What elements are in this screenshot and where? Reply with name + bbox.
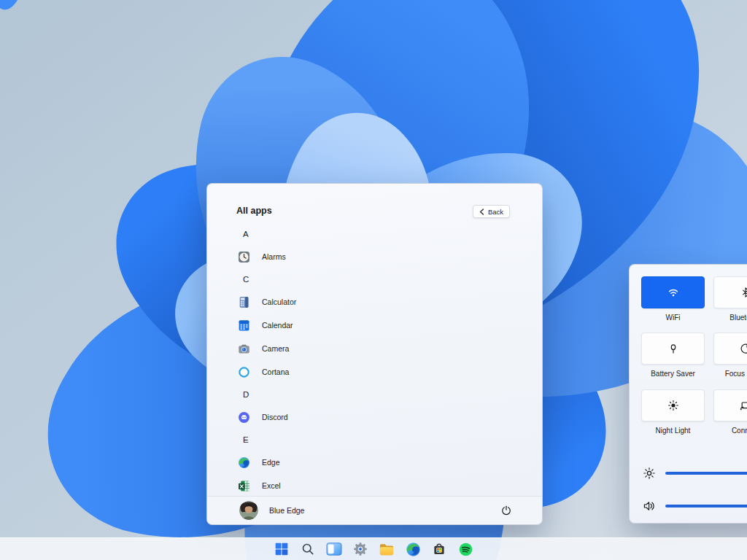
back-button-label: Back [488,208,503,216]
wifi-icon [667,287,680,298]
chevron-left-icon [479,209,484,215]
app-item-alarms[interactable]: Alarms [236,245,542,268]
app-item-label: Alarms [262,252,286,261]
night-light-icon [667,400,679,411]
settings-button[interactable] [352,540,369,558]
user-profile-button[interactable]: Blue Edge [239,501,304,520]
avatar [239,501,258,520]
search-button[interactable] [299,540,317,558]
app-item-label: Calendar [262,321,293,330]
task-view-icon [326,542,342,556]
battery-saver-tile[interactable] [641,332,705,365]
excel-icon [238,480,250,492]
app-item-label: Edge [262,458,280,467]
start-button[interactable] [273,540,290,558]
app-item-label: Cortana [262,368,289,376]
app-item-calendar[interactable]: Calendar [236,314,542,337]
wifi-tile-label: WiFi [641,314,705,322]
app-item-edge[interactable]: Edge [236,451,542,474]
quick-settings-panel: WiFi Bluetooth Battery Saver Focus assis… [629,264,747,524]
battery-saver-tile-label: Battery Saver [641,370,705,378]
start-menu-footer: Blue Edge [207,496,542,524]
start-menu: All apps Back A Alarms C [206,183,543,525]
letter-header[interactable]: A [236,223,542,245]
power-button[interactable] [497,501,516,520]
brightness-slider[interactable] [643,466,747,481]
focus-assist-tile[interactable] [713,332,747,365]
microsoft-store-icon [432,542,446,556]
connect-tile[interactable] [713,389,747,421]
app-item-discord[interactable]: Discord [236,405,542,429]
edge-button[interactable] [404,540,422,558]
discord-icon [238,411,250,424]
desktop: All apps Back A Alarms C [0,0,747,560]
app-item-label: Excel [262,481,281,490]
letter-header[interactable]: D [236,384,542,405]
brightness-icon [643,467,656,480]
brightness-track[interactable] [665,472,747,475]
volume-slider[interactable] [643,499,747,513]
spotify-button[interactable] [457,540,474,558]
letter-header[interactable]: E [236,429,542,451]
app-item-label: Camera [262,344,289,353]
calculator-icon [238,296,250,308]
back-button[interactable]: Back [473,205,510,218]
battery-saver-icon [667,343,679,354]
spotify-icon [458,542,473,557]
app-item-excel[interactable]: Excel [236,474,542,496]
alarms-icon [238,251,250,263]
app-item-camera[interactable]: Camera [236,337,542,360]
bluetooth-tile-label: Bluetooth [713,314,747,322]
task-view-button[interactable] [325,540,343,558]
focus-assist-tile-label: Focus assist [713,370,747,378]
app-item-cortana[interactable]: Cortana [236,360,542,384]
user-name: Blue Edge [269,506,304,515]
all-apps-list[interactable]: A Alarms C [207,223,542,496]
app-item-label: Discord [262,413,288,421]
bluetooth-icon [740,287,747,298]
wifi-tile[interactable] [641,276,705,308]
power-icon [501,505,511,516]
page-title: All apps [236,206,272,216]
camera-icon [238,343,250,355]
microsoft-store-button[interactable] [430,540,448,558]
night-light-tile-label: Night Light [641,427,705,435]
search-icon [301,542,315,556]
edge-icon [406,542,421,557]
app-item-label: Calculator [262,298,296,306]
night-light-tile[interactable] [641,389,705,421]
file-explorer-button[interactable] [378,540,395,558]
connect-icon [740,400,747,411]
volume-icon [643,499,656,513]
volume-track[interactable] [665,505,747,508]
app-item-calculator[interactable]: Calculator [236,290,542,314]
gear-icon [353,542,368,556]
folder-icon [379,542,395,556]
connect-tile-label: Connect [713,427,747,435]
calendar-icon [238,319,250,332]
windows-start-icon [274,542,289,556]
cortana-icon [238,366,250,378]
letter-header[interactable]: C [236,268,542,290]
bluetooth-tile[interactable] [713,276,747,308]
edge-icon [238,456,250,469]
taskbar [0,537,747,560]
focus-icon [740,343,747,354]
